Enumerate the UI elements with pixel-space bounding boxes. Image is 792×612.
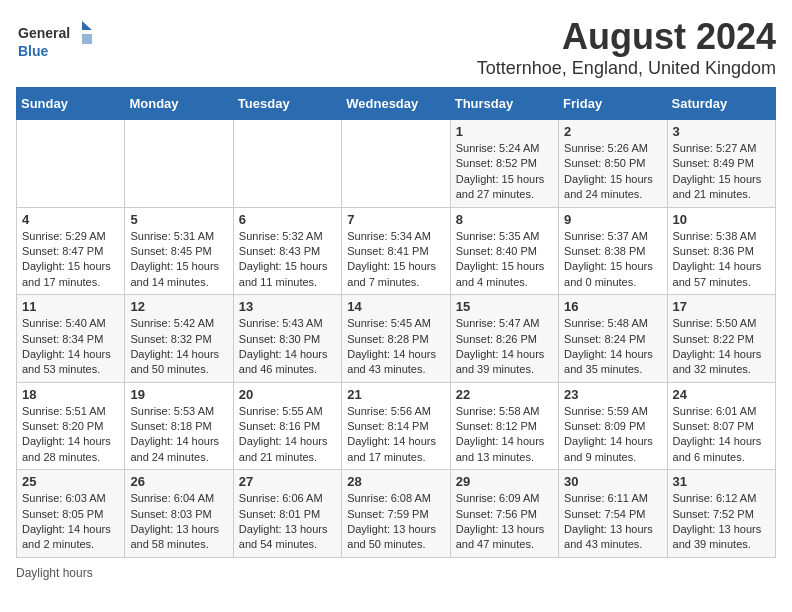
calendar-cell: 4Sunrise: 5:29 AMSunset: 8:47 PMDaylight…: [17, 207, 125, 295]
day-info: Sunrise: 5:50 AMSunset: 8:22 PMDaylight:…: [673, 316, 770, 378]
day-number: 23: [564, 387, 661, 402]
day-number: 18: [22, 387, 119, 402]
day-info: Sunrise: 5:45 AMSunset: 8:28 PMDaylight:…: [347, 316, 444, 378]
logo-svg: General Blue: [16, 16, 96, 66]
day-number: 2: [564, 124, 661, 139]
day-number: 7: [347, 212, 444, 227]
day-info: Sunrise: 5:35 AMSunset: 8:40 PMDaylight:…: [456, 229, 553, 291]
day-info: Sunrise: 5:43 AMSunset: 8:30 PMDaylight:…: [239, 316, 336, 378]
day-number: 17: [673, 299, 770, 314]
calendar-cell: 6Sunrise: 5:32 AMSunset: 8:43 PMDaylight…: [233, 207, 341, 295]
day-number: 31: [673, 474, 770, 489]
day-number: 26: [130, 474, 227, 489]
svg-marker-2: [82, 21, 92, 30]
day-info: Sunrise: 5:31 AMSunset: 8:45 PMDaylight:…: [130, 229, 227, 291]
calendar-cell: 18Sunrise: 5:51 AMSunset: 8:20 PMDayligh…: [17, 382, 125, 470]
day-number: 11: [22, 299, 119, 314]
svg-text:General: General: [18, 25, 70, 41]
day-info: Sunrise: 5:42 AMSunset: 8:32 PMDaylight:…: [130, 316, 227, 378]
calendar-week-4: 18Sunrise: 5:51 AMSunset: 8:20 PMDayligh…: [17, 382, 776, 470]
day-info: Sunrise: 6:09 AMSunset: 7:56 PMDaylight:…: [456, 491, 553, 553]
day-info: Sunrise: 5:55 AMSunset: 8:16 PMDaylight:…: [239, 404, 336, 466]
day-info: Sunrise: 6:04 AMSunset: 8:03 PMDaylight:…: [130, 491, 227, 553]
day-number: 29: [456, 474, 553, 489]
day-number: 30: [564, 474, 661, 489]
calendar-cell: 1Sunrise: 5:24 AMSunset: 8:52 PMDaylight…: [450, 120, 558, 208]
day-number: 24: [673, 387, 770, 402]
day-info: Sunrise: 6:06 AMSunset: 8:01 PMDaylight:…: [239, 491, 336, 553]
calendar-cell: 10Sunrise: 5:38 AMSunset: 8:36 PMDayligh…: [667, 207, 775, 295]
day-info: Sunrise: 5:27 AMSunset: 8:49 PMDaylight:…: [673, 141, 770, 203]
calendar-week-1: 1Sunrise: 5:24 AMSunset: 8:52 PMDaylight…: [17, 120, 776, 208]
calendar-cell: 16Sunrise: 5:48 AMSunset: 8:24 PMDayligh…: [559, 295, 667, 383]
svg-text:Blue: Blue: [18, 43, 49, 59]
page-header: General Blue August 2024 Totternhoe, Eng…: [16, 16, 776, 79]
header-cell-wednesday: Wednesday: [342, 88, 450, 120]
day-info: Sunrise: 5:38 AMSunset: 8:36 PMDaylight:…: [673, 229, 770, 291]
calendar-cell: 27Sunrise: 6:06 AMSunset: 8:01 PMDayligh…: [233, 470, 341, 558]
calendar-cell: 30Sunrise: 6:11 AMSunset: 7:54 PMDayligh…: [559, 470, 667, 558]
calendar-cell: 28Sunrise: 6:08 AMSunset: 7:59 PMDayligh…: [342, 470, 450, 558]
day-info: Sunrise: 5:53 AMSunset: 8:18 PMDaylight:…: [130, 404, 227, 466]
day-info: Sunrise: 5:58 AMSunset: 8:12 PMDaylight:…: [456, 404, 553, 466]
day-number: 28: [347, 474, 444, 489]
day-number: 10: [673, 212, 770, 227]
day-info: Sunrise: 5:48 AMSunset: 8:24 PMDaylight:…: [564, 316, 661, 378]
calendar-cell: 3Sunrise: 5:27 AMSunset: 8:49 PMDaylight…: [667, 120, 775, 208]
day-number: 21: [347, 387, 444, 402]
calendar-cell: 2Sunrise: 5:26 AMSunset: 8:50 PMDaylight…: [559, 120, 667, 208]
day-number: 4: [22, 212, 119, 227]
calendar-cell: 15Sunrise: 5:47 AMSunset: 8:26 PMDayligh…: [450, 295, 558, 383]
calendar-header-row: SundayMondayTuesdayWednesdayThursdayFrid…: [17, 88, 776, 120]
header-cell-friday: Friday: [559, 88, 667, 120]
calendar-cell: [17, 120, 125, 208]
day-info: Sunrise: 6:12 AMSunset: 7:52 PMDaylight:…: [673, 491, 770, 553]
day-number: 15: [456, 299, 553, 314]
calendar-cell: 21Sunrise: 5:56 AMSunset: 8:14 PMDayligh…: [342, 382, 450, 470]
calendar-cell: 12Sunrise: 5:42 AMSunset: 8:32 PMDayligh…: [125, 295, 233, 383]
calendar-cell: 24Sunrise: 6:01 AMSunset: 8:07 PMDayligh…: [667, 382, 775, 470]
logo: General Blue: [16, 16, 96, 66]
day-number: 16: [564, 299, 661, 314]
calendar-cell: [125, 120, 233, 208]
subtitle: Totternhoe, England, United Kingdom: [477, 58, 776, 79]
calendar-cell: 7Sunrise: 5:34 AMSunset: 8:41 PMDaylight…: [342, 207, 450, 295]
header-cell-saturday: Saturday: [667, 88, 775, 120]
day-info: Sunrise: 5:29 AMSunset: 8:47 PMDaylight:…: [22, 229, 119, 291]
calendar-cell: 14Sunrise: 5:45 AMSunset: 8:28 PMDayligh…: [342, 295, 450, 383]
day-info: Sunrise: 5:56 AMSunset: 8:14 PMDaylight:…: [347, 404, 444, 466]
day-number: 9: [564, 212, 661, 227]
day-number: 1: [456, 124, 553, 139]
day-info: Sunrise: 5:24 AMSunset: 8:52 PMDaylight:…: [456, 141, 553, 203]
day-info: Sunrise: 6:01 AMSunset: 8:07 PMDaylight:…: [673, 404, 770, 466]
day-info: Sunrise: 5:47 AMSunset: 8:26 PMDaylight:…: [456, 316, 553, 378]
day-number: 19: [130, 387, 227, 402]
calendar-cell: 26Sunrise: 6:04 AMSunset: 8:03 PMDayligh…: [125, 470, 233, 558]
day-info: Sunrise: 6:08 AMSunset: 7:59 PMDaylight:…: [347, 491, 444, 553]
calendar-cell: 29Sunrise: 6:09 AMSunset: 7:56 PMDayligh…: [450, 470, 558, 558]
calendar-cell: 19Sunrise: 5:53 AMSunset: 8:18 PMDayligh…: [125, 382, 233, 470]
svg-marker-3: [82, 34, 92, 44]
header-cell-thursday: Thursday: [450, 88, 558, 120]
main-title: August 2024: [477, 16, 776, 58]
day-number: 8: [456, 212, 553, 227]
day-number: 13: [239, 299, 336, 314]
calendar-week-3: 11Sunrise: 5:40 AMSunset: 8:34 PMDayligh…: [17, 295, 776, 383]
calendar-cell: 5Sunrise: 5:31 AMSunset: 8:45 PMDaylight…: [125, 207, 233, 295]
calendar-cell: [233, 120, 341, 208]
day-info: Sunrise: 5:51 AMSunset: 8:20 PMDaylight:…: [22, 404, 119, 466]
day-number: 6: [239, 212, 336, 227]
day-info: Sunrise: 6:03 AMSunset: 8:05 PMDaylight:…: [22, 491, 119, 553]
day-info: Sunrise: 5:26 AMSunset: 8:50 PMDaylight:…: [564, 141, 661, 203]
day-info: Sunrise: 5:40 AMSunset: 8:34 PMDaylight:…: [22, 316, 119, 378]
day-number: 27: [239, 474, 336, 489]
day-info: Sunrise: 5:34 AMSunset: 8:41 PMDaylight:…: [347, 229, 444, 291]
calendar-cell: 11Sunrise: 5:40 AMSunset: 8:34 PMDayligh…: [17, 295, 125, 383]
calendar-cell: 31Sunrise: 6:12 AMSunset: 7:52 PMDayligh…: [667, 470, 775, 558]
calendar-cell: 8Sunrise: 5:35 AMSunset: 8:40 PMDaylight…: [450, 207, 558, 295]
day-number: 20: [239, 387, 336, 402]
calendar-cell: 17Sunrise: 5:50 AMSunset: 8:22 PMDayligh…: [667, 295, 775, 383]
header-cell-monday: Monday: [125, 88, 233, 120]
day-number: 12: [130, 299, 227, 314]
day-number: 3: [673, 124, 770, 139]
